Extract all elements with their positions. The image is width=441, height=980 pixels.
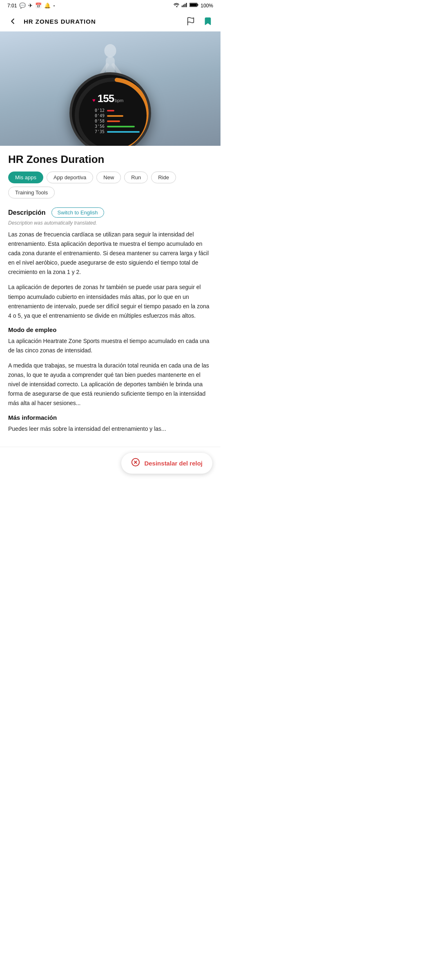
auto-translated-notice: Description was automatically translated… [8, 220, 212, 226]
other-icon: 🔔 [44, 2, 51, 9]
status-time: 7:01 [7, 3, 17, 9]
zone-bar [107, 115, 123, 117]
zone-bar [107, 126, 135, 127]
status-left: 7:01 💬 ✈ 📅 🔔 ● [7, 2, 55, 9]
flag-button[interactable] [185, 15, 197, 27]
svg-rect-5 [197, 4, 198, 6]
svg-point-8 [104, 44, 116, 58]
description-paragraph-2: La aplicación de deportes de zonas hr ta… [8, 283, 212, 320]
watch-zone-row: 0'12 [92, 108, 140, 113]
battery-icon [189, 2, 198, 9]
uninstall-label: Desinstalar del reloj [144, 460, 203, 467]
tag-run[interactable]: Run [124, 172, 148, 183]
zone-time: 0'49 [92, 114, 105, 118]
zone-time: 3'56 [92, 124, 105, 129]
tag-ride[interactable]: Ride [151, 172, 176, 183]
signal-icon [182, 2, 187, 9]
whatsapp-icon: 💬 [19, 2, 26, 9]
description-title: Descripción [8, 209, 46, 216]
wifi-icon [173, 2, 180, 9]
tag-new[interactable]: New [96, 172, 121, 183]
dot-icon: ● [53, 4, 55, 7]
zone-time: 7'35 [92, 129, 105, 134]
hero-area: ♥ 155 bpm 0'120'490'583'567'35 [0, 31, 220, 146]
tags-container: Mis appsApp deportivaNewRunRideTraining … [8, 172, 212, 198]
zone-time: 0'12 [92, 108, 105, 113]
nav-bar: HR ZONES DURATION [0, 11, 220, 31]
watch-zone-row: 0'58 [92, 119, 140, 123]
tag-app-deportiva[interactable]: App deportiva [47, 172, 93, 183]
nav-title: HR ZONES DURATION [24, 18, 180, 25]
watch-display: ♥ 155 bpm 0'120'490'583'567'35 [69, 72, 151, 146]
more-info-text: Puedes leer más sobre la intensidad del … [8, 424, 212, 434]
uninstall-button[interactable]: Desinstalar del reloj [121, 453, 212, 474]
svg-rect-1 [183, 4, 184, 7]
bookmark-button[interactable] [202, 15, 214, 27]
app-title: HR Zones Duration [8, 153, 212, 166]
svg-rect-0 [182, 5, 183, 7]
more-info-title: Más información [8, 414, 212, 421]
back-button[interactable] [7, 15, 19, 27]
bottom-bar: Desinstalar del reloj [0, 447, 220, 482]
watch-zone-row: 7'35 [92, 129, 140, 134]
svg-rect-6 [190, 4, 197, 7]
heart-icon: ♥ [92, 97, 96, 103]
description-paragraph-1: Las zonas de frecuencia cardíaca se util… [8, 230, 212, 277]
main-content: HR Zones Duration Mis appsApp deportivaN… [0, 146, 220, 447]
status-bar: 7:01 💬 ✈ 📅 🔔 ● 100% [0, 0, 220, 11]
watch-zone-row: 3'56 [92, 124, 140, 129]
zone-bar [107, 110, 114, 111]
zone-bar [107, 120, 120, 122]
zone-bar [107, 131, 140, 133]
telegram-icon: ✈ [28, 2, 33, 9]
description-header: Descripción Switch to English [8, 207, 212, 218]
tag-mis-apps[interactable]: Mis apps [8, 172, 43, 183]
uninstall-icon [131, 458, 140, 469]
tag-training-tools[interactable]: Training Tools [8, 187, 55, 198]
switch-language-button[interactable]: Switch to English [51, 207, 104, 218]
watch-zones: 0'120'490'583'567'35 [92, 108, 140, 134]
zone-time: 0'58 [92, 119, 105, 123]
mode-text-2: A medida que trabajas, se muestra la dur… [8, 361, 212, 408]
mode-title: Modo de empleo [8, 326, 212, 333]
svg-rect-2 [185, 4, 185, 7]
battery-percent: 100% [200, 3, 213, 9]
calendar-icon: 📅 [35, 2, 42, 9]
watch-zone-row: 0'49 [92, 114, 140, 118]
status-right: 100% [173, 2, 213, 9]
watch-bpm-display: ♥ 155 bpm [92, 92, 140, 105]
mode-text-1: La aplicación Heartrate Zone Sports mues… [8, 336, 212, 355]
svg-rect-3 [186, 3, 187, 7]
